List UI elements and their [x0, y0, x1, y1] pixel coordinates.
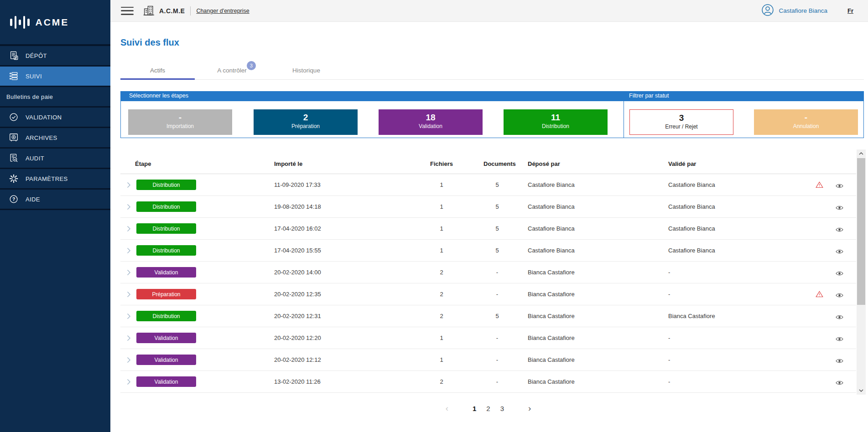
table-row[interactable]: Distribution 17-04-2020 16:02 1 5 Castaf… — [120, 218, 856, 240]
sidebar-nav: DÉPÔT SUIVI Bulletins de paie VALIDATION — [0, 46, 110, 210]
table-row[interactable]: Distribution 19-08-2020 14:18 1 5 Castaf… — [120, 196, 856, 218]
step-card-importation[interactable]: - Importation — [128, 109, 232, 135]
row-documents-count: - — [483, 291, 511, 298]
sidebar-item-parametres[interactable]: PARAMÈTRES — [0, 169, 110, 190]
tracking-list-icon — [8, 71, 19, 82]
row-expand-chevron[interactable] — [127, 379, 131, 387]
table-row[interactable]: Validation 20-02-2020 12:12 1 - Bianca C… — [120, 349, 856, 371]
row-deposited-by: Castafiore Bianca — [528, 203, 575, 210]
view-details-button[interactable] — [836, 314, 843, 322]
table-row[interactable]: Validation 20-02-2020 14:00 2 - Bianca C… — [120, 262, 856, 283]
sidebar-item-depot[interactable]: DÉPÔT — [0, 46, 110, 67]
row-deposited-by: Castafiore Bianca — [528, 181, 575, 188]
step-card-preparation[interactable]: 2 Préparation — [254, 109, 358, 135]
step-card-validation[interactable]: 18 Validation — [379, 109, 483, 135]
sidebar-item-bulletins-de-paie[interactable]: Bulletins de paie — [0, 87, 110, 108]
table-row[interactable]: Validation 20-02-2020 12:20 1 - Bianca C… — [120, 327, 856, 349]
table-row[interactable]: Validation 13-02-2020 11:26 2 - Bianca C… — [120, 371, 856, 393]
scrollbar-up-arrow[interactable] — [857, 149, 866, 158]
sidebar-item-aide[interactable]: ? AIDE — [0, 190, 110, 210]
stage-badge: Distribution — [136, 245, 196, 256]
row-deposited-by: Bianca Castafiore — [528, 291, 575, 298]
row-documents-count: - — [483, 334, 511, 341]
row-validated-by: - — [668, 334, 670, 341]
view-details-button[interactable] — [836, 226, 843, 234]
sidebar-item-validation[interactable]: VALIDATION — [0, 108, 110, 128]
sidebar-item-label: Bulletins de paie — [6, 93, 53, 100]
row-validated-by: - — [668, 291, 670, 298]
table-row[interactable]: Distribution 20-02-2020 12:31 2 5 Bianca… — [120, 305, 856, 327]
pagination-prev[interactable]: ‹ — [446, 403, 448, 413]
stage-badge: Validation — [136, 355, 196, 365]
row-validated-by: - — [668, 269, 670, 276]
view-details-button[interactable] — [836, 292, 843, 300]
row-files-count: 1 — [428, 225, 455, 232]
row-expand-chevron[interactable] — [127, 226, 131, 234]
row-documents-count: 5 — [483, 247, 511, 254]
pagination-page-1[interactable]: 1 — [473, 405, 476, 412]
status-header-label: Filtrer par statut — [629, 93, 669, 99]
row-expand-chevron[interactable] — [127, 313, 131, 321]
status-card-annulation[interactable]: - Annulation — [754, 109, 858, 135]
scrollbar-thumb[interactable] — [857, 158, 865, 305]
row-imported-date: 11-09-2020 17:33 — [274, 181, 321, 188]
safe-icon — [8, 132, 19, 143]
help-icon: ? — [8, 194, 19, 205]
menu-button[interactable] — [121, 7, 134, 15]
row-documents-count: - — [483, 356, 511, 363]
pagination-page-3[interactable]: 3 — [500, 405, 504, 412]
step-card-distribution[interactable]: 11 Distribution — [504, 109, 608, 135]
row-files-count: 1 — [428, 247, 455, 254]
row-files-count: 2 — [428, 269, 455, 276]
table-row[interactable]: Distribution 17-04-2020 15:55 1 5 Castaf… — [120, 240, 856, 262]
column-header-importe-le: Importé le — [274, 160, 302, 167]
row-documents-count: 5 — [483, 181, 511, 188]
stage-badge: Validation — [136, 267, 196, 278]
view-details-button[interactable] — [836, 270, 843, 278]
table-row[interactable]: Distribution 11-09-2020 17:33 1 5 Castaf… — [120, 174, 856, 196]
change-company-link[interactable]: Changer d'entreprise — [196, 8, 249, 14]
sidebar-item-audit[interactable]: AUDIT — [0, 149, 110, 169]
sidebar-item-suivi[interactable]: SUIVI — [0, 67, 110, 87]
row-expand-chevron[interactable] — [127, 204, 131, 212]
view-details-button[interactable] — [836, 182, 843, 190]
row-files-count: 1 — [428, 356, 455, 363]
status-card-label: Annulation — [754, 123, 858, 129]
view-details-button[interactable] — [836, 204, 843, 212]
row-expand-chevron[interactable] — [127, 357, 131, 365]
row-documents-count: 5 — [483, 203, 511, 210]
row-expand-chevron[interactable] — [127, 247, 131, 256]
row-documents-count: 5 — [483, 313, 511, 319]
pagination-next[interactable]: › — [528, 403, 531, 413]
tab-a-controler[interactable]: A contrôler3 — [195, 58, 269, 79]
row-deposited-by: Castafiore Bianca — [528, 247, 575, 254]
tab-historique[interactable]: Historique — [269, 58, 343, 79]
view-details-button[interactable] — [836, 379, 843, 387]
view-details-button[interactable] — [836, 335, 843, 344]
status-card-erreur-rejet[interactable]: 3 Erreur / Rejet — [629, 109, 733, 135]
tab-actifs[interactable]: Actifs — [120, 58, 195, 79]
pagination-page-2[interactable]: 2 — [486, 405, 490, 412]
row-expand-chevron[interactable] — [127, 291, 131, 299]
column-header-documents: Documents — [483, 160, 511, 167]
sidebar-item-archives[interactable]: ARCHIVES — [0, 128, 110, 149]
step-card-value: 11 — [504, 113, 608, 123]
view-details-button[interactable] — [836, 248, 843, 256]
view-details-button[interactable] — [836, 357, 843, 365]
row-imported-date: 20-02-2020 12:35 — [274, 291, 321, 298]
row-expand-chevron[interactable] — [127, 269, 131, 278]
scrollbar-down-arrow[interactable] — [857, 386, 866, 395]
company-building-icon — [143, 5, 155, 17]
user-name[interactable]: Castafiore Bianca — [779, 7, 827, 14]
table-header: Étape Importé le Fichiers Documents Dépo… — [120, 155, 856, 174]
language-toggle[interactable]: Fr — [847, 7, 853, 14]
scrollbar[interactable] — [857, 149, 866, 395]
stage-badge: Distribution — [136, 311, 196, 321]
sidebar-item-label: ARCHIVES — [26, 134, 57, 141]
row-expand-chevron[interactable] — [127, 335, 131, 343]
row-imported-date: 20-02-2020 12:31 — [274, 313, 321, 319]
step-card-label: Préparation — [254, 123, 358, 129]
table-row[interactable]: Préparation 20-02-2020 12:35 2 - Bianca … — [120, 283, 856, 305]
stage-badge: Préparation — [136, 289, 196, 299]
row-expand-chevron[interactable] — [127, 182, 131, 190]
